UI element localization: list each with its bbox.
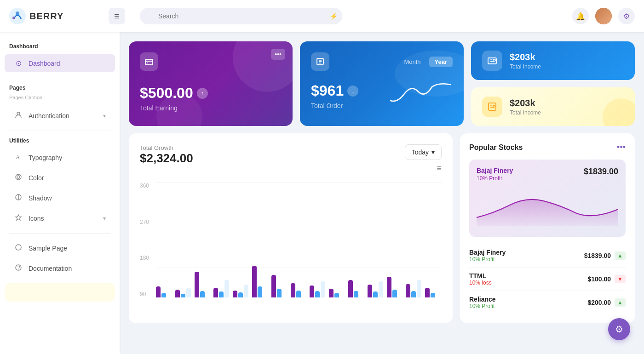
stocks-card: Popular Stocks ••• Bajaj Finery 10% Prof… [460,133,635,323]
sidebar-divider-2 [9,131,110,131]
stock-right: $200.00 ▲ [588,298,626,307]
chart-bar-group [368,281,384,297]
svg-rect-18 [493,105,495,107]
stock-list: Bajaj Finery 10% Profit $1839.00 ▲ TTML … [469,244,626,314]
stock-list-item: TTML 10% loss $100.00 ▼ [469,268,626,291]
stocks-more-button[interactable]: ••• [617,143,626,152]
sidebar-divider-3 [9,233,110,234]
sidebar-item-typography[interactable]: A Typography [5,148,115,167]
sidebar-item-documentation[interactable]: ? Documentation [5,259,115,278]
chart-card: Total Growth $2,324.00 Today ▾ ≡ 360 [129,133,453,323]
month-year-toggle: Month Year [398,57,453,67]
stock-info: TTML 10% loss [469,272,492,286]
sidebar-item-label: Icons [29,215,44,222]
sidebar-bottom-bar [5,283,115,302]
bar-blue [431,293,435,297]
sidebar-item-label: Sample Page [29,245,67,252]
bar-purple [291,283,295,297]
order-wave-chart [388,80,453,109]
bar-blue [373,291,378,297]
stock-right: $100.00 ▼ [588,275,626,283]
bar-blue [334,293,339,297]
bottom-row: Total Growth $2,324.00 Today ▾ ≡ 360 [129,133,635,323]
chart-bars [156,183,442,297]
menu-icon: ☰ [114,13,120,20]
bar-light [379,281,383,297]
typography-icon: A [14,153,23,162]
content-area: ••• $500.00 ↑ Total Earning Month Year [120,32,644,354]
chevron-down-icon-2: ▾ [103,215,106,222]
earning-more-button[interactable]: ••• [271,49,285,60]
search-filter-button[interactable]: ⚡ [330,12,338,20]
color-icon [14,173,23,183]
chart-bar-group [233,285,249,297]
bar-purple [329,289,334,297]
income-blue-amount: $203k [510,52,541,63]
bar-light [244,285,248,297]
avatar[interactable] [595,8,612,24]
logo-text: BERRY [29,11,63,22]
search-input[interactable] [140,8,342,24]
bar-purple [406,284,410,297]
sidebar-item-color[interactable]: Color [5,169,115,187]
year-toggle-button[interactable]: Year [429,57,453,67]
bar-blue [277,289,282,297]
stock-name: Bajaj Finery [469,249,506,256]
grid-line-90 [156,310,442,310]
floating-settings-button[interactable]: ⚙ [608,318,630,340]
chart-bar-group [291,283,307,297]
order-card-bottom: $961 ↓ Total Order [311,75,453,109]
bar-blue [200,291,205,297]
svg-rect-12 [145,59,153,65]
svg-point-13 [147,63,148,63]
sidebar-section-pages: Pages [0,83,120,95]
bar-blue [258,286,262,297]
income-yellow-card: $203k Total Income [471,87,635,126]
avatar-image [595,8,612,24]
logo-area: BERRY [9,8,101,24]
stocks-title: Popular Stocks [469,143,523,152]
stock-name: TTML [469,272,492,280]
earning-label: Total Earning [140,104,282,112]
stock-right: $1839.00 ▲ [584,251,626,260]
header-right: 🔔 ⚙ [572,8,635,24]
featured-stock-profit: 10% Profit [477,175,513,182]
chart-bar-group [271,275,288,297]
bar-purple [368,285,372,297]
bar-purple [156,286,161,297]
stock-percent: 10% loss [469,280,492,286]
svg-point-2 [12,17,15,19]
month-toggle-button[interactable]: Month [398,57,426,67]
bar-purple [175,290,180,297]
up-arrow-icon: ▲ [615,251,626,260]
search-area: 🔍 ⚡ [140,8,342,24]
notification-button[interactable]: 🔔 [572,8,589,24]
right-income-cards: $203k Total Income $203k Total Income [471,41,635,126]
stock-percent: 10% Profit [469,303,496,309]
today-label: Today [412,148,429,156]
logo-icon [9,8,26,24]
sidebar-section-dashboard: Dashboard [0,41,120,53]
bar-light [186,288,191,297]
settings-icon: ⚙ [623,12,630,21]
chevron-down-icon: ▾ [103,113,106,119]
sidebar-item-shadow[interactable]: Shadow [5,189,115,207]
sidebar-item-sample-page[interactable]: Sample Page [5,239,115,257]
income-yellow-amount: $203k [510,98,541,108]
stock-price: $1839.00 [584,252,611,259]
sidebar-item-authentication[interactable]: Authentication ▾ [5,107,115,125]
main-layout: Dashboard ⊙ Dashboard Pages Pages Captio… [0,32,644,354]
header-settings-button[interactable]: ⚙ [618,8,635,24]
bar-light [224,280,229,297]
today-button[interactable]: Today ▾ [405,144,442,160]
top-cards-row: ••• $500.00 ↑ Total Earning Month Year [129,41,635,126]
bar-purple [252,266,257,297]
chart-menu-button[interactable]: ≡ [405,164,442,173]
sidebar-item-dashboard[interactable]: ⊙ Dashboard [5,54,115,72]
chart-bar-group [213,280,230,297]
sidebar-item-icons[interactable]: Icons ▾ [5,209,115,228]
menu-button[interactable]: ☰ [109,8,125,24]
income-yellow-icon [482,97,502,117]
stock-percent: 10% Profit [469,256,506,263]
chart-bar-group [406,280,422,297]
